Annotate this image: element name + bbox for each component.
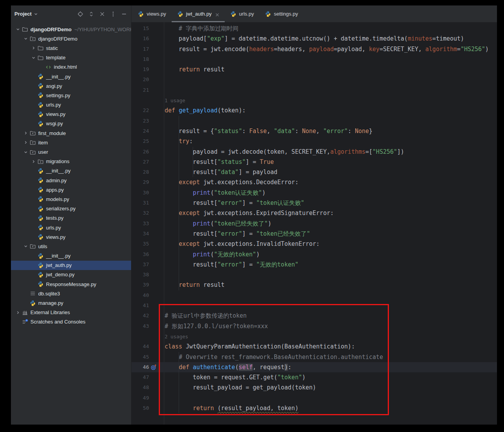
code-line-19[interactable]: 19 return result — [131, 64, 497, 75]
line-number[interactable]: 41 — [131, 300, 149, 311]
line-number[interactable]: 22 — [131, 105, 149, 116]
line-number[interactable]: 44 — [131, 341, 149, 352]
tree-item-item[interactable]: item — [11, 138, 131, 147]
collapse-all-icon[interactable] — [99, 11, 105, 17]
line-number[interactable]: 25 — [131, 136, 149, 146]
code-line-18[interactable]: 18 — [131, 54, 497, 64]
code-line-37[interactable]: 37 result["error"] = "无效的token" — [131, 260, 497, 270]
tree-item-user[interactable]: user — [11, 147, 131, 156]
line-number[interactable]: 36 — [131, 249, 149, 260]
line-number[interactable]: 19 — [131, 64, 149, 75]
tree-chevron-right-icon[interactable] — [22, 130, 30, 136]
tree-chevron-right-icon[interactable] — [22, 140, 30, 145]
line-number[interactable]: 28 — [131, 167, 149, 177]
tree-chevron-down-icon[interactable] — [22, 36, 30, 41]
line-number[interactable]: 15 — [131, 23, 149, 34]
tree-chevron-down-icon[interactable] — [14, 27, 22, 32]
tree-item-jwt-demo-py[interactable]: jwt_demo.py — [11, 270, 131, 279]
line-number[interactable]: 43 — [131, 321, 149, 331]
tree-chevron-right-icon[interactable] — [30, 45, 37, 51]
tree-item-urls-py[interactable]: urls.py — [11, 223, 131, 232]
line-number[interactable]: 32 — [131, 208, 149, 218]
tree-item-first-module[interactable]: first_module — [11, 128, 131, 138]
tree-item-index-html[interactable]: index.html — [11, 62, 131, 72]
tree-item-asgi-py[interactable]: asgi.py — [11, 81, 131, 91]
line-number[interactable]: 18 — [131, 54, 149, 64]
tree-item-wsgi-py[interactable]: wsgi.py — [11, 119, 131, 128]
line-number[interactable]: 27 — [131, 157, 149, 167]
line-number[interactable]: 31 — [131, 198, 149, 208]
line-number[interactable]: 40 — [131, 290, 149, 300]
tree-item-views-py[interactable]: views.py — [11, 232, 131, 242]
code-line-16[interactable]: 16 payload["exp"] = datetime.datetime.ut… — [131, 34, 497, 44]
tree-chevron-down-icon[interactable] — [30, 55, 37, 60]
code-line-26[interactable]: 26 payload = jwt.decode(token, SECRET_KE… — [131, 147, 497, 157]
tree-chevron-right-icon[interactable] — [30, 159, 37, 164]
code-line-21[interactable]: 21 — [131, 85, 497, 95]
code-line-31[interactable]: 31 result["error"] = "token认证失败" — [131, 198, 497, 208]
tree-item-djangodrfdemo[interactable]: djangoDRFDemo — [11, 34, 131, 43]
tree-item-admin-py[interactable]: admin.py — [11, 176, 131, 185]
code-line-20[interactable]: 20 — [131, 75, 497, 85]
line-number[interactable]: 34 — [131, 229, 149, 239]
tree-item-template[interactable]: template — [11, 53, 131, 62]
tree-item-manage-py[interactable]: manage.py — [11, 298, 131, 308]
line-number[interactable]: 42 — [131, 311, 149, 321]
code-line-35[interactable]: 35 except jwt.exceptions.InvalidTokenErr… — [131, 239, 497, 249]
tree-item-migrations[interactable]: migrations — [11, 157, 131, 166]
line-number[interactable]: 29 — [131, 177, 149, 187]
line-number[interactable]: 38 — [131, 270, 149, 280]
tree-chevron-down-icon[interactable] — [22, 149, 30, 155]
tree-item-settings-py[interactable]: settings.py — [11, 91, 131, 100]
code-line-29[interactable]: 29 except jwt.exceptions.DecodeError: — [131, 177, 497, 187]
tree-item-db-sqlite3[interactable]: db.sqlite3 — [11, 289, 131, 298]
code-editor[interactable]: 15 # 字典中添加过期时间16 payload["exp"] = dateti… — [131, 22, 497, 425]
overriding-method-gutter-icon[interactable] — [150, 364, 157, 371]
line-number[interactable]: 17 — [131, 44, 149, 54]
code-line-23[interactable]: 23 — [131, 116, 497, 126]
more-options-icon[interactable] — [110, 11, 116, 17]
tree-item-external-libraries[interactable]: External Libraries — [11, 308, 131, 317]
code-line-25[interactable]: 25 try: — [131, 136, 497, 146]
tab-jwt-auth-py[interactable]: jwt_auth.py — [172, 5, 225, 22]
usage-inlay-row[interactable]: 1 usage — [131, 95, 497, 105]
line-number[interactable]: 26 — [131, 147, 149, 157]
code-line-15[interactable]: 15 # 字典中添加过期时间 — [131, 23, 497, 34]
tree-item-views-py[interactable]: views.py — [11, 110, 131, 119]
tree-item--init-py[interactable]: __init__.py — [11, 251, 131, 261]
line-number[interactable]: 20 — [131, 75, 149, 85]
line-number[interactable]: 45 — [131, 352, 149, 362]
code-line-34[interactable]: 34 result["error"] = "token已经失效了" — [131, 229, 497, 239]
tab-views-py[interactable]: views.py — [132, 5, 172, 22]
tree-item-static[interactable]: static — [11, 43, 131, 53]
line-number[interactable]: 23 — [131, 116, 149, 126]
code-line-24[interactable]: 24 result = {"status": False, "data": No… — [131, 126, 497, 136]
line-number[interactable]: 21 — [131, 85, 149, 95]
tab-settings-py[interactable]: settings.py — [259, 5, 303, 22]
code-line-36[interactable]: 36 print("无效的token") — [131, 249, 497, 260]
code-line-17[interactable]: 17 result = jwt.encode(headers=headers, … — [131, 44, 497, 54]
line-number[interactable]: 37 — [131, 260, 149, 270]
locate-opened-file-icon[interactable] — [77, 11, 83, 17]
code-line-39[interactable]: 39 return result — [131, 280, 497, 290]
tab-urls-py[interactable]: urls.py — [225, 5, 259, 22]
tree-item--init-py[interactable]: __init__.py — [11, 72, 131, 81]
code-line-33[interactable]: 33 print("token已经失效了") — [131, 219, 497, 229]
line-number[interactable]: 24 — [131, 126, 149, 136]
tree-item-djangodrfdemo[interactable]: djangoDRFDemo~/YIHUI/PYTHON_WORK — [11, 25, 131, 34]
code-line-27[interactable]: 27 result["status"] = True — [131, 157, 497, 167]
line-number[interactable]: 46 — [131, 362, 149, 372]
tree-item--init-py[interactable]: __init__.py — [11, 166, 131, 176]
line-number[interactable]: 16 — [131, 34, 149, 44]
line-number[interactable]: 48 — [131, 382, 149, 393]
line-number[interactable]: 50 — [131, 403, 149, 413]
line-number[interactable]: 39 — [131, 280, 149, 290]
tab-close-icon[interactable] — [215, 12, 219, 16]
code-line-22[interactable]: 22def get_payload(token): — [131, 105, 497, 116]
tree-item-serializers-py[interactable]: serializers.py — [11, 204, 131, 213]
tree-item-jwt-auth-py[interactable]: jwt_auth.py — [11, 261, 131, 270]
tree-item-models-py[interactable]: models.py — [11, 194, 131, 204]
tree-item-utils[interactable]: utils — [11, 242, 131, 251]
project-panel-title[interactable]: Project — [14, 11, 32, 17]
line-number[interactable]: 30 — [131, 188, 149, 198]
